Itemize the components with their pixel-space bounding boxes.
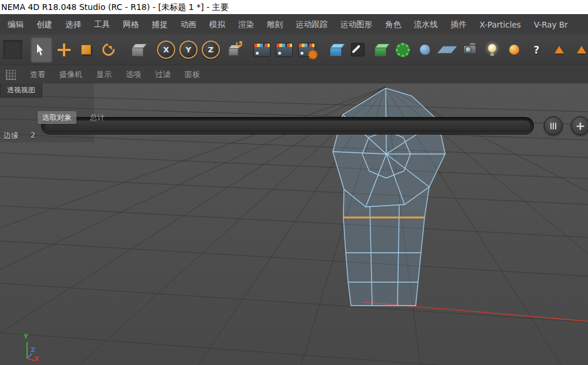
gizmo-y-label: Y [24,333,28,340]
edge-count-label: 边缘 [4,130,19,141]
warning-triangle-icon [577,46,586,53]
vmenu-display[interactable]: 显示 [96,69,112,80]
deformer-icon [420,45,430,55]
y-axis-icon: Y [179,41,198,59]
camera-icon [463,45,476,54]
subdivision-surface-button[interactable] [369,37,391,63]
gizmo-x-label: X [34,355,39,363]
render-settings-button[interactable] [296,37,318,63]
menu-edit[interactable]: 编辑 [8,19,24,30]
render-settings-icon [298,43,315,57]
help-icon: ? [534,44,540,56]
add-panel-button[interactable]: + [571,116,588,135]
main-toolbar: X Y Z ? [0,35,588,65]
subdivision-icon [375,47,386,56]
sky-icon [509,45,519,55]
vmenu-options[interactable]: 选项 [126,69,141,80]
menu-xparticles[interactable]: X-Particles [480,20,521,29]
gear-icon [308,50,318,59]
light-button[interactable] [481,37,503,63]
gizmo-z-label: Z [31,346,35,354]
generator-gear-icon [396,43,410,57]
cube-icon [132,47,143,56]
xparticles-button-a[interactable] [548,37,570,63]
live-selection-tool[interactable] [31,37,52,63]
floor-icon [437,46,458,53]
c4d-window: NEMA 4D R18.048 Studio (RC - R18) - [未标题… [0,0,588,365]
menu-mesh[interactable]: 网格 [123,19,139,30]
menu-motion-tracker[interactable]: 运动跟踪 [296,19,328,30]
status-total-label: 总计 [90,113,105,123]
edge-count: 边缘 2 [4,130,35,141]
vmenu-view[interactable]: 查看 [30,69,45,80]
warning-triangle-icon [554,46,564,53]
coordinate-system-button[interactable] [222,37,244,63]
vmenu-filter[interactable]: 过滤 [155,69,171,80]
camera-button[interactable] [459,37,480,63]
viewport-perspective[interactable]: 透视视图 选取对象 总计 + 边缘 2 Y Z X [0,83,588,365]
menu-select[interactable]: 选择 [65,19,81,30]
disabled-tool-slot [2,37,24,63]
rotate-icon [102,43,115,56]
sky-button[interactable] [503,37,525,63]
render-region-button[interactable] [273,37,295,63]
deformer-button[interactable] [414,37,436,63]
window-titlebar[interactable]: NEMA 4D R18.048 Studio (RC - R18) - [未标题… [0,0,588,14]
viewport-label[interactable]: 透视视图 [0,83,42,98]
z-axis-icon: Z [202,41,220,59]
render-view-button[interactable] [251,37,273,63]
floor-button[interactable] [436,37,458,63]
menu-mograph[interactable]: 运动图形 [340,19,372,30]
cube-primitive-icon [330,47,342,56]
pen-spline-button[interactable] [347,37,369,63]
x-axis-lock-button[interactable]: X [155,37,177,63]
menu-sculpt[interactable]: 雕刻 [267,19,283,30]
y-axis-lock-button[interactable]: Y [178,37,199,63]
pen-icon [351,43,365,56]
progress-bar-fill [44,120,531,132]
move-icon [58,43,71,56]
panel-divider-button[interactable] [544,116,563,135]
light-bulb-icon [488,44,496,52]
window-title: NEMA 4D R18.048 Studio (RC - R18) - [未标题… [1,2,229,12]
scale-icon [81,45,91,55]
render-region-icon [276,43,293,57]
rotate-tool[interactable] [98,37,119,63]
vmenu-cameras[interactable]: 摄像机 [59,69,82,80]
cursor-icon [37,44,46,56]
grid-icon[interactable] [6,70,16,80]
viewport-menubar: 查看 摄像机 显示 选项 过滤 面板 [0,65,588,85]
menu-pipeline[interactable]: 流水线 [414,19,438,30]
progress-bar[interactable] [41,117,534,135]
coordinate-system-icon [225,41,242,59]
menu-create[interactable]: 创建 [36,19,52,30]
last-used-tool[interactable] [126,37,148,63]
generator-button[interactable] [392,37,413,63]
main-menubar: 编辑 创建 选择 工具 网格 捕捉 动画 模拟 渲染 雕刻 运动跟踪 运动图形 … [0,14,588,35]
menu-vray[interactable]: V-Ray Br [534,20,568,29]
menu-animate[interactable]: 动画 [181,19,196,30]
z-axis-lock-button[interactable]: Z [200,37,222,63]
xparticles-button-b[interactable] [570,37,588,63]
edge-count-value: 2 [31,130,35,141]
help-button[interactable]: ? [526,37,547,63]
scale-tool[interactable] [75,37,97,63]
add-cube-primitive-button[interactable] [325,37,346,63]
move-tool[interactable] [53,37,75,63]
menu-character[interactable]: 角色 [385,19,401,30]
x-axis-icon: X [157,41,175,59]
menu-snap[interactable]: 捕捉 [152,19,168,30]
disabled-slot-icon [2,39,23,60]
menu-render[interactable]: 渲染 [238,19,254,30]
render-view-icon [253,43,270,57]
menu-plugins[interactable]: 插件 [451,19,467,30]
menu-simulate[interactable]: 模拟 [209,19,225,30]
plus-icon: + [576,120,586,132]
status-tooltip: 选取对象 [38,111,76,124]
menu-tools[interactable]: 工具 [94,19,110,30]
vmenu-panel[interactable]: 面板 [185,69,200,80]
